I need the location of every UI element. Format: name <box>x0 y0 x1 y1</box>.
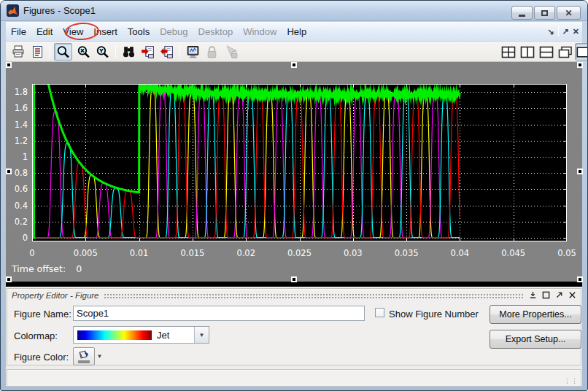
more-properties-button[interactable]: More Properties... <box>490 305 581 324</box>
print-button[interactable] <box>9 43 27 61</box>
minimize-button[interactable] <box>511 6 533 20</box>
export-setup-button[interactable]: Export Setup... <box>490 330 581 349</box>
floating-scope-button[interactable] <box>184 43 202 61</box>
scope-figure-area: Time offset:0 00.0050.010.0150.020.0250.… <box>6 62 582 287</box>
figures-window: Figures - Scope1 ✕ FileEditViewInsertToo… <box>0 0 588 391</box>
minimize-icon <box>519 15 525 17</box>
figure-color-swatch <box>78 360 90 363</box>
time-offset-label: Time offset: <box>12 263 66 274</box>
single-window-button[interactable] <box>575 43 588 61</box>
maximize-panel-icon[interactable] <box>542 291 550 299</box>
dropdown-arrow-icon[interactable]: ▼ <box>194 327 209 343</box>
y-tick-label: 1.6 <box>6 103 28 113</box>
split-horizontal-icon <box>539 46 554 58</box>
save-axes-settings-icon <box>140 44 155 60</box>
x-tick-label: 0.01 <box>130 248 149 258</box>
separator <box>558 26 559 36</box>
restore-axes-settings-icon <box>159 44 174 60</box>
signal-selection-button[interactable] <box>222 43 240 61</box>
split-horizontal-button[interactable] <box>537 43 555 61</box>
undock-icon[interactable]: ↗ <box>562 28 569 36</box>
split-vertical-button[interactable] <box>518 43 536 61</box>
x-tick-label: 0.045 <box>501 248 525 258</box>
parameters-button[interactable] <box>28 43 46 61</box>
toolbar <box>6 42 582 62</box>
x-tick-label: 0.025 <box>287 248 312 258</box>
menu-file[interactable]: File <box>6 26 31 37</box>
menu-help[interactable]: Help <box>282 26 312 37</box>
menu-desktop[interactable]: Desktop <box>193 26 239 37</box>
split-vertical-icon <box>520 46 535 58</box>
close-button[interactable]: ✕ <box>557 6 581 20</box>
selection-handle[interactable] <box>6 62 12 68</box>
single-window-icon <box>576 46 588 58</box>
zoom-x-axis-button[interactable] <box>74 43 93 61</box>
figure-color-dropdown-arrow-icon[interactable]: ▼ <box>95 347 104 365</box>
menubar: FileEditViewInsertToolsDebugDesktopWindo… <box>6 22 582 42</box>
dock-figure-icon[interactable]: ↘ <box>547 28 554 36</box>
save-axes-settings-button[interactable] <box>139 43 157 61</box>
y-tick-label: 1.4 <box>6 120 28 130</box>
selection-handle[interactable] <box>577 276 583 282</box>
resize-grip-icon[interactable]: ⋮⋮ <box>564 377 579 384</box>
selection-handle[interactable] <box>577 169 583 174</box>
titlebar: Figures - Scope1 ✕ <box>1 1 587 21</box>
cascade-windows-button[interactable] <box>556 43 574 61</box>
scope-plot[interactable] <box>32 84 567 241</box>
maximize-button[interactable] <box>534 6 555 20</box>
x-tick-label: 0.015 <box>180 248 204 258</box>
x-tick-label: 0.03 <box>344 248 363 258</box>
time-offset: Time offset:0 <box>12 263 82 274</box>
maximize-icon <box>541 10 548 16</box>
x-tick-label: 0.02 <box>236 248 255 258</box>
show-figure-number-checkbox[interactable] <box>375 308 384 317</box>
figure-color-button[interactable]: ▼ <box>73 347 104 365</box>
y-tick-label: 0.2 <box>6 217 28 227</box>
menu-tools[interactable]: Tools <box>123 26 155 37</box>
selection-handle[interactable] <box>6 276 12 282</box>
cascade-windows-icon <box>558 46 573 58</box>
zoom-icon <box>55 44 71 60</box>
zoom-x-axis-icon <box>76 44 91 60</box>
autoscale-button[interactable] <box>120 43 138 61</box>
selection-handle[interactable] <box>291 62 297 68</box>
floating-scope-icon <box>185 44 201 60</box>
selection-handle[interactable] <box>291 276 297 282</box>
jet-colormap-swatch <box>77 330 152 340</box>
dock-panel-icon[interactable] <box>529 291 537 299</box>
selection-handle[interactable] <box>577 62 583 68</box>
figure-color-label: Figure Color: <box>14 352 69 363</box>
zoom-y-axis-button[interactable] <box>93 43 112 61</box>
x-tick-label: 0.04 <box>451 248 470 258</box>
x-tick-label: 0.005 <box>74 248 98 258</box>
close-figure-icon[interactable]: ✕ <box>573 28 579 36</box>
menu-insert[interactable]: Insert <box>88 26 123 37</box>
parameters-icon <box>30 44 45 59</box>
print-icon <box>11 44 26 59</box>
colormap-value: Jet <box>157 330 194 341</box>
status-strip: ⋮⋮ <box>7 369 581 387</box>
zoom-button[interactable] <box>54 43 72 61</box>
scope-bottom-edge <box>6 282 582 287</box>
tile-windows-button[interactable] <box>499 43 517 61</box>
undock-panel-icon[interactable] <box>555 291 563 299</box>
y-tick-label: 1 <box>6 152 28 162</box>
y-tick-label: 1.2 <box>6 136 28 146</box>
time-offset-value: 0 <box>76 263 82 274</box>
paint-bucket-icon[interactable] <box>73 347 95 365</box>
restore-axes-settings-button[interactable] <box>158 43 176 61</box>
menu-debug[interactable]: Debug <box>155 26 193 37</box>
menubar-controls: ↘ ↗ ✕ <box>547 22 579 41</box>
menu-window[interactable]: Window <box>238 26 282 37</box>
close-panel-icon[interactable] <box>568 291 576 299</box>
x-tick-label: 0.05 <box>557 248 576 258</box>
y-tick-label: 0.4 <box>6 201 28 211</box>
colormap-dropdown[interactable]: Jet ▼ <box>73 326 209 344</box>
menu-view[interactable]: View <box>58 26 88 37</box>
figure-name-input[interactable] <box>73 306 365 321</box>
property-editor-header: Property Editor - Figure <box>7 289 581 301</box>
menu-edit[interactable]: Edit <box>31 26 58 37</box>
tile-windows-icon <box>501 46 516 58</box>
lock-axes-button[interactable] <box>203 43 221 61</box>
y-tick-label: 0 <box>6 233 28 243</box>
